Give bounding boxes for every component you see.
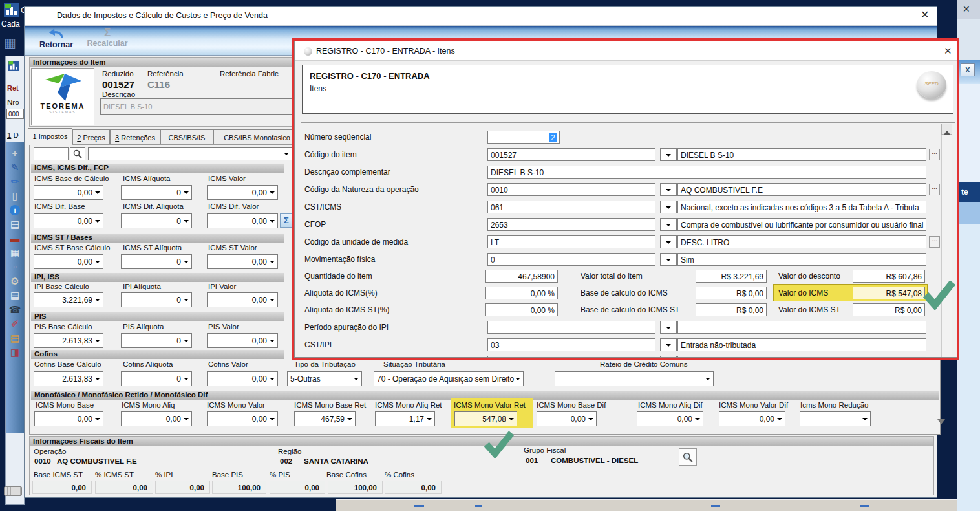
building-icon[interactable]: ▦ [4, 35, 16, 50]
cofins-aliquota-combo[interactable]: 0 [121, 371, 192, 386]
icms-mono-base-combo[interactable]: 0,00 [34, 411, 103, 426]
rateio-credito-combo[interactable] [555, 371, 714, 386]
tab-retencoes[interactable]: 3 Retenções [110, 129, 160, 145]
search-input[interactable] [34, 147, 69, 160]
tab-impostos[interactable]: 1 Impostos [28, 128, 72, 145]
pis-valor-combo[interactable]: 0,00 [207, 333, 278, 348]
edit-lines-icon[interactable]: ✏ [8, 175, 22, 189]
natureza-operacao-dropdown[interactable] [660, 183, 677, 196]
panel-icon[interactable]: ▫ [8, 260, 22, 274]
pis-aliquota-combo[interactable]: 0 [121, 333, 192, 348]
base-icms-st-input[interactable]: R$ 0,00 [696, 303, 767, 316]
codigo-item-more-button[interactable]: ... [929, 149, 940, 160]
cst-icms-input[interactable]: 061 [487, 201, 655, 213]
retornar-fragment[interactable]: Ret [7, 84, 24, 92]
edit-icon[interactable]: ✎ [8, 160, 22, 175]
icms-base-calculo-combo[interactable]: 0,00 [34, 185, 103, 200]
valor-icms-st-input[interactable]: R$ 0,00 [853, 303, 925, 316]
ipi-valor-combo[interactable]: 0,00 [207, 292, 278, 307]
cfop-dropdown[interactable] [660, 218, 677, 231]
icms-dif-aliquota-combo[interactable]: 0 [121, 213, 192, 228]
situacao-tributaria-combo[interactable]: 70 - Operação de Aquisição sem Direito [374, 371, 524, 386]
c170-close-button[interactable]: ✕ [944, 45, 952, 57]
valor-desconto-input[interactable]: R$ 607,86 [853, 270, 925, 283]
icms-st-valor-combo[interactable]: 0,00 [207, 254, 278, 269]
cst-ipi-dropdown[interactable] [660, 338, 677, 351]
codigo-item-dropdown[interactable] [660, 148, 677, 161]
cfop-desc[interactable]: Compra de combustível ou lubrificante po… [677, 218, 926, 231]
phone-icon[interactable]: ☎ [8, 303, 22, 317]
keyboard-icon[interactable] [4, 486, 22, 496]
enquadramento-ipi-desc[interactable] [677, 356, 926, 358]
cst-icms-desc[interactable]: Nacional, exceto as indicadas nos código… [677, 201, 926, 213]
icms-st-base-combo[interactable]: 0,00 [34, 254, 103, 269]
info-icon[interactable]: i [10, 205, 20, 215]
valor-icms-input[interactable]: R$ 547,08 [853, 287, 925, 299]
ipi-base-combo[interactable]: 3.221,69 [34, 292, 103, 307]
icms-mono-valor-dif-combo[interactable]: 0,00 [719, 411, 785, 426]
descricao-complementar-input[interactable]: DIESEL B S-10 [487, 166, 926, 179]
pen-icon[interactable]: ✐ [8, 317, 22, 331]
movimentacao-fisica-input[interactable]: 0 [487, 253, 655, 266]
periodo-ipi-desc[interactable] [677, 321, 926, 334]
icms-mono-aliq-combo[interactable]: 0,00 [121, 411, 192, 426]
periodo-ipi-input[interactable] [487, 321, 655, 334]
background-tab-fragment[interactable]: 1 D [7, 131, 19, 139]
natureza-operacao-input[interactable]: 0010 [487, 183, 655, 196]
settings-icon[interactable]: ⚙ [8, 274, 22, 288]
retornar-button[interactable]: Retornar [34, 27, 79, 54]
tab-cbs-ibs-monofasico[interactable]: CBS/IBS Monofasico [213, 129, 301, 145]
icms-mono-aliq-dif-combo[interactable]: 0,00 [637, 411, 703, 426]
movimentacao-fisica-dropdown[interactable] [660, 253, 677, 266]
tab-precos[interactable]: 2 Preços [72, 129, 110, 145]
numero-sequencial-input[interactable]: 2 [487, 131, 560, 144]
scroll-down-icon[interactable] [937, 419, 945, 428]
unidade-medida-more-button[interactable]: ... [929, 236, 940, 248]
ipi-aliquota-combo[interactable]: 0 [121, 292, 192, 307]
sigma-recalc-button[interactable]: Σ [280, 213, 293, 228]
tipo-tributacao-combo[interactable]: 5-Outras [287, 371, 362, 386]
codigo-item-input[interactable]: 001527 [487, 148, 655, 161]
movimentacao-fisica-desc[interactable]: Sim [677, 253, 926, 266]
add-icon[interactable]: + [8, 146, 22, 160]
periodo-ipi-dropdown[interactable] [660, 321, 677, 334]
natureza-operacao-desc[interactable]: AQ COMBUSTIVEL F.E [677, 183, 926, 196]
codigo-item-desc[interactable]: DIESEL B S-10 [677, 148, 926, 161]
icms-mono-reducao-combo[interactable] [800, 411, 871, 426]
enquadramento-ipi-input[interactable] [487, 356, 655, 358]
icms-dif-base-combo[interactable]: 0,00 [34, 213, 103, 228]
quantidade-item-input[interactable]: 467,58900 [485, 270, 558, 283]
icms-aliquota-combo[interactable]: 0 [121, 185, 192, 200]
c170-scrollbar[interactable] [941, 124, 952, 358]
valor-total-input[interactable]: R$ 3.221,69 [696, 270, 767, 283]
nro-input[interactable]: 000 [6, 109, 24, 119]
enquadramento-ipi-dropdown[interactable] [660, 356, 677, 358]
cofins-valor-combo[interactable]: 0,00 [207, 371, 278, 386]
icms-dif-valor-combo[interactable]: 0,00 [207, 213, 278, 228]
table-icon[interactable]: ▤ [8, 217, 22, 232]
icms-valor-combo[interactable]: 0,00 [207, 185, 278, 200]
search-combo[interactable] [88, 147, 292, 160]
book-icon[interactable]: ▬ [8, 232, 22, 246]
cst-icms-dropdown[interactable] [660, 201, 677, 213]
icms-mono-aliq-ret-combo[interactable]: 1,17 [375, 411, 435, 426]
aliquota-icms-input[interactable]: 0,00 % [485, 287, 558, 299]
menu-cadastros-fragment[interactable]: Cada [1, 19, 20, 28]
tab-cbs-ibs-is[interactable]: CBS/IBS/IS [160, 129, 213, 145]
document-icon[interactable]: ▤ [8, 331, 22, 345]
base-icms-input[interactable]: R$ 0,00 [696, 287, 767, 299]
aliquota-icms-st-input[interactable]: 0,00 % [485, 303, 558, 316]
unidade-medida-desc[interactable]: DESC. LITRO [677, 235, 926, 248]
recalcular-button[interactable]: Σ Recalcular [81, 27, 133, 54]
fuel-pump-icon[interactable]: ◨ [8, 345, 22, 360]
right-window-close-button[interactable]: X [961, 63, 975, 76]
pis-base-combo[interactable]: 2.613,83 [34, 333, 103, 348]
descricao-field[interactable]: DIESEL B S-10 [100, 98, 296, 115]
icms-mono-valor-ret-combo[interactable]: 547,08 [454, 411, 517, 426]
icms-mono-valor-combo[interactable]: 0,00 [207, 411, 278, 426]
icms-mono-base-ret-combo[interactable]: 467,59 [294, 411, 356, 426]
icms-st-aliquota-combo[interactable]: 0 [121, 254, 192, 269]
cofins-base-combo[interactable]: 2.613,83 [34, 371, 103, 386]
copy-icon[interactable]: ▯ [8, 189, 22, 203]
table-save-icon[interactable]: ▦ [8, 246, 22, 260]
